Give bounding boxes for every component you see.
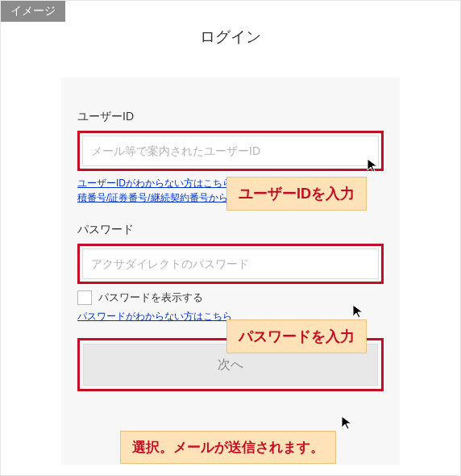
password-highlight <box>77 244 384 284</box>
user-id-input[interactable] <box>82 136 379 166</box>
user-id-highlight <box>77 131 384 171</box>
next-button-highlight: 次へ <box>77 338 384 391</box>
password-label: パスワード <box>77 223 384 237</box>
password-input[interactable] <box>82 248 379 279</box>
image-badge: イメージ <box>1 1 65 22</box>
user-id-label: ユーザーID <box>77 110 384 124</box>
login-panel: ユーザーID ユーザーIDがわからない方はこちら（見積番号/証券番号/継続契約番… <box>61 77 400 465</box>
show-password-label: パスワードを表示する <box>98 290 203 305</box>
user-id-help-link[interactable]: ユーザーIDがわからない方はこちら（見積番号/証券番号/継続契約番号から） <box>77 176 255 205</box>
page-title: ログイン <box>1 1 460 48</box>
next-button[interactable]: 次へ <box>83 344 378 386</box>
password-help-link[interactable]: パスワードがわからない方はこちら <box>77 310 232 324</box>
show-password-checkbox[interactable] <box>77 290 92 305</box>
